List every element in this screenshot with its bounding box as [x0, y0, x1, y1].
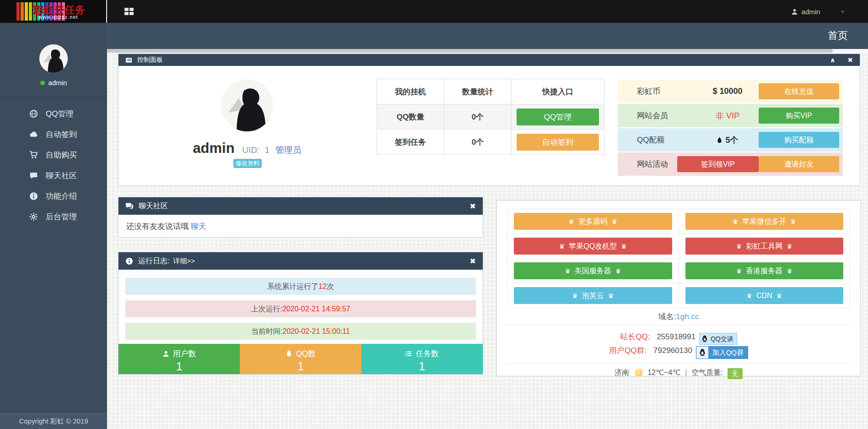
qq-manage-button[interactable]: QQ管理: [517, 109, 599, 125]
vip-status: 非 VIP: [696, 110, 759, 121]
row-label: QQ配额: [618, 135, 696, 145]
auto-signin-button[interactable]: 自动签到: [517, 134, 599, 151]
cart-icon: [29, 151, 38, 159]
weather-temp: 12℃~4℃: [647, 369, 680, 376]
stats-row: 用户数 1 QQ数 1 任务数 1: [119, 344, 483, 374]
comments-icon: [125, 202, 134, 210]
sidebar-item-admin-backend[interactable]: 后台管理: [0, 206, 107, 227]
user-menu[interactable]: admin ▾: [791, 0, 844, 23]
row-label: QQ数量: [377, 104, 444, 130]
link-button-us-server[interactable]: ♛美国服务器♛: [514, 262, 672, 279]
link-button-puff-cloud[interactable]: ♛泡芙云♛: [514, 287, 672, 304]
topbar: 彩虹云任务 www.qqzzz.net admin ▾: [0, 0, 868, 23]
row-value: 0个: [444, 130, 512, 155]
close-icon[interactable]: ✖: [470, 202, 476, 211]
buy-vip-button[interactable]: 购买VIP: [759, 108, 839, 124]
air-quality-badge: 无: [728, 368, 743, 379]
sidebar-item-self-purchase[interactable]: 自助购买: [0, 145, 107, 165]
trophy-icon: ♛: [615, 267, 621, 275]
sun-icon: [635, 369, 643, 377]
webmaster-qq-line: 站长QQ: 255918991 QQ交谈: [505, 330, 852, 344]
navbar: 首页: [107, 23, 868, 49]
stat-value: 1: [240, 359, 361, 374]
profile-avatar: [221, 79, 273, 131]
trophy-icon: ♛: [565, 267, 571, 275]
trophy-icon: ♛: [790, 218, 796, 225]
uid-label: UID:: [242, 145, 259, 155]
qq-contact-section: 站长QQ: 255918991 QQ交谈 用户QQ群: 792960130 加入…: [505, 326, 852, 364]
stat-value: 1: [361, 359, 483, 374]
sidebar-item-label: 自助购买: [46, 151, 77, 159]
log-highlight: 2020-02-21 14:59:57: [282, 305, 350, 313]
table-row: 网站会员 非 VIP 购买VIP: [618, 104, 843, 127]
comment-icon: [29, 171, 38, 180]
horizontal-scrollbar[interactable]: [107, 49, 868, 53]
column-header: 我的挂机: [377, 79, 444, 104]
sidebar-username: admin: [49, 79, 67, 87]
buy-quota-button[interactable]: 购买配额: [759, 132, 839, 148]
link-button-cdn[interactable]: ♛CDN♛: [685, 287, 844, 304]
join-qq-group-button[interactable]: 加入QQ群: [696, 346, 748, 359]
brand-subtitle: www.qqzzz.net: [38, 14, 78, 20]
stat-label: 任务数: [415, 348, 439, 359]
link-button-more-source[interactable]: ♛更多源码♛: [514, 213, 672, 230]
sidebar-item-label: QQ管理: [46, 109, 73, 118]
row-label: 签到任务: [377, 130, 444, 155]
collapse-icon[interactable]: ∧: [830, 56, 835, 64]
scrollbar-thumb[interactable]: [107, 49, 833, 53]
gear-icon: [29, 212, 38, 221]
log-entry: 上次运行:2020-02-21 14:59:57: [125, 300, 476, 317]
column-header: 数量统计: [444, 79, 512, 104]
signin-vip-button[interactable]: 签到领VIP: [677, 156, 759, 172]
link-button-apple-wechat[interactable]: ♛苹果微信多开♛: [685, 213, 844, 230]
trophy-icon: ♛: [612, 218, 618, 225]
row-label: 彩虹币: [618, 86, 696, 97]
link-button-rainbow-tools[interactable]: ♛彩虹工具网♛: [685, 238, 844, 255]
cloud-icon: [29, 130, 38, 139]
edit-profile-button[interactable]: 修改资料: [233, 159, 262, 168]
trophy-icon: ♛: [776, 292, 782, 299]
sidebar-toggle-button[interactable]: [120, 4, 138, 19]
penguin-icon: [701, 335, 708, 342]
panel-title: 运行日志:: [138, 256, 169, 266]
sidebar-item-label: 自动签到: [46, 130, 77, 139]
close-icon[interactable]: ✖: [470, 257, 476, 266]
chat-link[interactable]: 聊天: [191, 222, 206, 231]
log-highlight: 2020-02-21 15:00:11: [283, 327, 350, 335]
qq-penguin-icon: [286, 350, 292, 357]
tab-home[interactable]: 首页: [828, 29, 848, 43]
trophy-icon: ♛: [572, 292, 578, 299]
recharge-button[interactable]: 在线充值: [759, 83, 839, 99]
log-detail-link[interactable]: 详细>>: [173, 257, 195, 266]
qq-talk-button[interactable]: QQ交谈: [699, 333, 737, 345]
column-header: 快捷入口: [512, 79, 604, 104]
coin-balance: $ 10000: [696, 87, 759, 96]
link-button-apple-qq-model[interactable]: ♛苹果QQ改机型♛: [514, 238, 672, 255]
link-button-hk-server[interactable]: ♛香港服务器♛: [685, 262, 844, 279]
sidebar-item-chat-community[interactable]: 聊天社区: [0, 165, 107, 186]
online-status-dot: [40, 81, 45, 85]
sidebar-item-auto-signin[interactable]: 自动签到: [0, 124, 107, 145]
grid-icon: [124, 8, 134, 15]
chevron-down-icon: ▾: [841, 8, 844, 15]
role-link[interactable]: 管理员: [275, 145, 302, 155]
chat-panel: 聊天社区 ✖ 还没有友友说话哦 聊天: [118, 197, 483, 238]
sidebar-item-qq-manage[interactable]: QQ管理: [0, 103, 107, 124]
table-row: QQ数量 0个 QQ管理: [377, 104, 604, 130]
log-list: 系统累计运行了12次 上次运行:2020-02-21 14:59:57 当前时间…: [119, 278, 483, 340]
list-icon: [405, 350, 412, 357]
links-grid: ♛更多源码♛ ♛苹果微信多开♛ ♛苹果QQ改机型♛ ♛彩虹工具网♛ ♛美国服务器…: [507, 209, 850, 308]
trophy-icon: ♛: [559, 243, 565, 250]
main-content: 控制面板 ∧ ✖ admin UID: 1 管理员 修改资料 我的挂机: [107, 53, 868, 429]
weather-row: 济南12℃~4℃|空气质量:无: [497, 364, 860, 382]
invite-friends-button[interactable]: 邀请好友: [759, 156, 839, 172]
sidebar-item-features[interactable]: 功能介绍: [0, 186, 107, 206]
domain-link[interactable]: 1gh.cc: [676, 312, 699, 321]
trophy-icon: ♛: [736, 267, 742, 275]
user-qq-group-line: 用户QQ群: 792960130 加入QQ群: [505, 344, 852, 358]
close-icon[interactable]: ✖: [847, 56, 853, 64]
links-panel: ♛更多源码♛ ♛苹果微信多开♛ ♛苹果QQ改机型♛ ♛彩虹工具网♛ ♛美国服务器…: [496, 200, 861, 376]
row-label: 网站会员: [618, 110, 696, 121]
table-row: 签到任务 0个 自动签到: [377, 130, 604, 155]
panel-title: 控制面板: [137, 56, 163, 64]
